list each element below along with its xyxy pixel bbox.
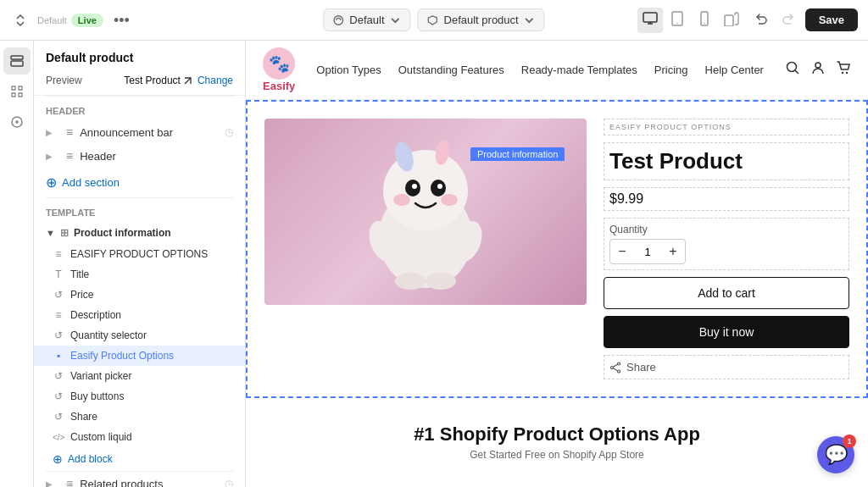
- quantity-selector-icon: ↺: [53, 329, 64, 341]
- sidebar-item-header[interactable]: ▶ ≡ Header: [34, 144, 245, 168]
- quantity-increase-button[interactable]: +: [661, 240, 685, 263]
- easify-options-icon: ≡: [53, 248, 64, 260]
- tree-item-title[interactable]: T Title: [34, 264, 245, 285]
- tree-item-description[interactable]: ≡ Description: [34, 305, 245, 325]
- share-icon: ↺: [53, 411, 64, 423]
- svg-point-12: [842, 72, 843, 74]
- preview-label: Preview: [46, 75, 82, 86]
- share-label: Share: [70, 411, 97, 423]
- svg-point-3: [676, 22, 677, 23]
- nav-link-option-types[interactable]: Option Types: [316, 64, 381, 76]
- search-icon[interactable]: [785, 60, 800, 80]
- announcement-bar-icon: ≡: [66, 125, 73, 139]
- add-block-button[interactable]: ⊕ Add block: [34, 447, 121, 471]
- product-image-area: [264, 119, 587, 305]
- canvas-area: 🐾 Easify Option Types Outstanding Featur…: [246, 41, 868, 487]
- icon-bar: [0, 41, 34, 487]
- quantity-label: Quantity: [609, 224, 843, 235]
- quantity-value: 1: [634, 246, 661, 258]
- nav-link-pricing[interactable]: Pricing: [654, 64, 688, 76]
- variant-picker-label: Variant picker: [70, 370, 131, 382]
- tablet-view-button[interactable]: [665, 8, 690, 33]
- add-to-cart-button[interactable]: Add to cart: [604, 277, 849, 309]
- svg-point-30: [611, 366, 614, 368]
- svg-point-0: [334, 15, 343, 25]
- change-preview-button[interactable]: Change: [198, 75, 233, 86]
- quantity-selector-label: Quantity selector: [70, 329, 147, 341]
- store-url: Default: [37, 15, 67, 25]
- tree-item-variant-picker[interactable]: ↺ Variant picker: [34, 366, 245, 386]
- add-block-plus-icon: ⊕: [53, 452, 63, 466]
- svg-point-29: [618, 370, 620, 373]
- svg-point-13: [846, 72, 848, 74]
- price-icon: ↺: [53, 289, 64, 301]
- nav-link-ready-made-templates[interactable]: Ready-made Templates: [521, 64, 637, 76]
- product-info-container: Product information: [246, 100, 868, 398]
- description-icon: ≡: [53, 309, 64, 321]
- sidebar-item-announcement-bar[interactable]: ▶ ≡ Announcement bar ◷: [34, 120, 245, 144]
- buy-now-button[interactable]: Buy it now: [604, 316, 849, 348]
- bottom-subtitle: Get Started Free on Shopify App Store: [263, 449, 851, 461]
- custom-liquid-label: Custom liquid: [70, 431, 132, 443]
- product-selector[interactable]: Default product: [418, 8, 545, 31]
- chat-icon: 💬: [825, 444, 848, 466]
- related-products-label: Related products: [80, 478, 163, 488]
- svg-point-21: [437, 184, 442, 189]
- add-section-button[interactable]: ⊕ Add section: [34, 168, 131, 197]
- tree-item-price[interactable]: ↺ Price: [34, 285, 245, 305]
- product-details: EASIFY PRODUCT OPTIONS Test Product $9.9…: [587, 119, 849, 379]
- sections-panel-button[interactable]: [3, 47, 31, 75]
- tree-item-easify-options[interactable]: ≡ EASIFY PRODUCT OPTIONS: [34, 244, 245, 264]
- apps-panel-button[interactable]: [3, 78, 31, 105]
- tree-item-easify-product-options[interactable]: ▪ Easify Product Options: [34, 346, 245, 366]
- price-label: Price: [70, 289, 93, 301]
- share-box: Share: [604, 355, 849, 379]
- buy-buttons-icon: ↺: [53, 390, 64, 402]
- product-info-badge: Product information: [470, 147, 565, 161]
- svg-point-15: [383, 150, 468, 231]
- easify-options-label: EASIFY PRODUCT OPTIONS: [70, 248, 208, 260]
- custom-liquid-icon: </>: [53, 433, 64, 442]
- cart-icon[interactable]: [836, 60, 851, 80]
- tree-item-buy-buttons[interactable]: ↺ Buy buttons: [34, 386, 245, 407]
- product-name: Default product: [444, 14, 519, 26]
- theme-name: Default: [349, 14, 384, 26]
- top-bar: Default Live ••• Default Default product: [0, 0, 868, 41]
- quantity-decrease-button[interactable]: −: [610, 240, 634, 263]
- account-icon[interactable]: [810, 60, 826, 80]
- svg-point-20: [412, 184, 417, 189]
- chat-bubble[interactable]: 💬 1: [817, 436, 854, 473]
- sidebar-item-related-products[interactable]: ▶ ≡ Related products ◷: [34, 472, 245, 487]
- svg-rect-8: [11, 61, 23, 66]
- more-device-button[interactable]: [719, 8, 744, 33]
- nav-links: Option Types Outstanding Features Ready-…: [312, 64, 768, 76]
- nav-link-help-center[interactable]: Help Center: [705, 64, 764, 76]
- mobile-view-button[interactable]: [692, 8, 717, 33]
- bottom-title: #1 Shopify Product Options App: [263, 423, 851, 445]
- logo-image: 🐾: [263, 47, 295, 80]
- more-options-button[interactable]: •••: [110, 9, 133, 31]
- plus-icon: ⊕: [46, 174, 57, 191]
- preview-logo: 🐾 Easify: [263, 47, 295, 92]
- desktop-view-button[interactable]: [637, 8, 663, 33]
- svg-rect-6: [725, 15, 733, 26]
- tree-item-quantity-selector[interactable]: ↺ Quantity selector: [34, 325, 245, 346]
- store-badge: Default Live: [37, 14, 103, 27]
- history-back-button[interactable]: [10, 10, 31, 30]
- product-title: Test Product: [609, 148, 843, 174]
- template-section-label: Template: [34, 198, 245, 222]
- title-icon: T: [53, 268, 64, 280]
- top-bar-right: Save: [637, 8, 858, 33]
- expand-icon: ▶: [46, 128, 59, 137]
- tree-item-share[interactable]: ↺ Share: [34, 407, 245, 427]
- redo-button[interactable]: [778, 8, 798, 32]
- library-panel-button[interactable]: [3, 108, 31, 136]
- tree-item-custom-liquid[interactable]: </> Custom liquid: [34, 427, 245, 447]
- product-info-section-header[interactable]: ▼ ⊞ Product information: [34, 222, 245, 244]
- easify-product-options-label: Easify Product Options: [70, 350, 174, 362]
- save-button[interactable]: Save: [805, 8, 858, 31]
- nav-link-outstanding-features[interactable]: Outstanding Features: [398, 64, 504, 76]
- undo-button[interactable]: [751, 8, 771, 32]
- product-section: EASIFY PRODUCT OPTIONS Test Product $9.9…: [246, 100, 868, 398]
- theme-selector[interactable]: Default: [323, 8, 410, 31]
